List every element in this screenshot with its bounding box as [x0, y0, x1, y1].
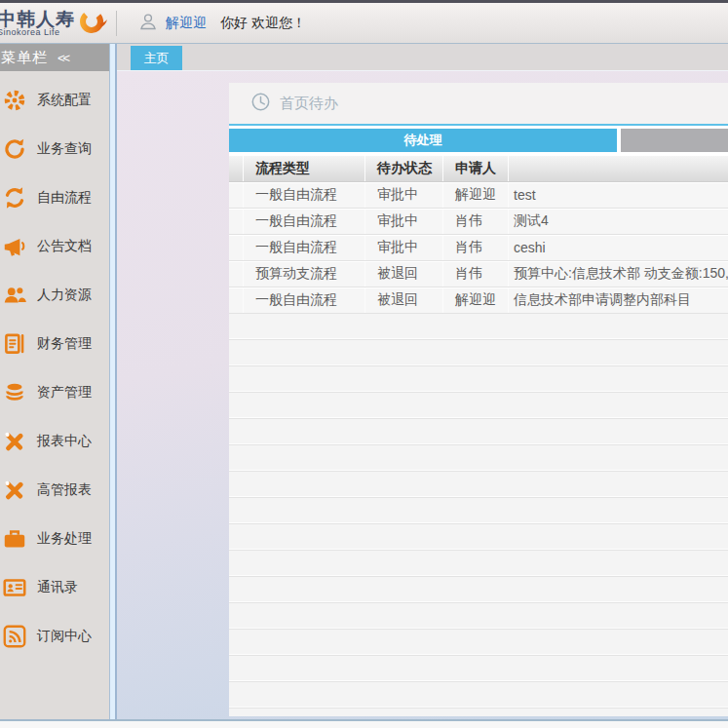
row-status: 审批中	[365, 235, 443, 260]
sidebar: 菜单栏 << 系统配置 业	[0, 44, 109, 719]
sidebar-item-label: 报表中心	[37, 433, 92, 450]
row-type: 一般自由流程	[244, 209, 365, 234]
panel-title: 首页待办	[280, 95, 338, 113]
row-type: 一般自由流程	[244, 235, 365, 260]
sidebar-item-label: 系统配置	[37, 92, 92, 109]
col-header-status: 待办状态	[365, 156, 443, 181]
contact-card-icon	[1, 574, 28, 601]
row-status: 被退回	[365, 261, 443, 287]
content-body: 首页待办 待处理 流程类型 待办状态 申请人 一般自由流程	[117, 71, 728, 719]
tools-icon	[1, 477, 28, 504]
people-icon	[1, 282, 28, 309]
gear-icon	[1, 87, 28, 114]
sidebar-splitter[interactable]	[109, 44, 117, 719]
content-area: 主页 首页待办 待处理	[117, 44, 728, 719]
row-summary: 预算中心:信息技术部 动支金额:150,0	[509, 261, 728, 287]
sidebar-header: 菜单栏 <<	[0, 44, 109, 71]
sidebar-item-hr[interactable]: 人力资源	[0, 271, 109, 320]
logo-cn-text: 中韩人寿	[0, 10, 75, 28]
sidebar-item-system-config[interactable]: 系统配置	[0, 76, 109, 125]
row-applicant: 肖伟	[443, 261, 509, 287]
row-status: 审批中	[365, 209, 443, 234]
sidebar-item-announcements[interactable]: 公告文档	[0, 222, 109, 271]
table-row[interactable]: 一般自由流程 被退回 解迎迎 信息技术部申请调整内部科目	[229, 287, 728, 314]
briefcase-icon	[1, 525, 28, 553]
sidebar-item-label: 业务查询	[37, 140, 92, 158]
queue-tabs: 待处理	[229, 129, 728, 152]
tools-icon	[1, 428, 28, 455]
col-header-type: 流程类型	[244, 156, 365, 181]
tab-home[interactable]: 主页	[131, 46, 182, 70]
coins-icon	[1, 379, 28, 406]
row-type: 预算动支流程	[244, 261, 365, 287]
row-applicant: 解迎迎	[443, 287, 509, 313]
table-row[interactable]: 一般自由流程 审批中 肖伟 ceshi	[229, 235, 728, 261]
sidebar-item-label: 财务管理	[37, 335, 92, 353]
sidebar-menu: 系统配置 业务查询	[0, 71, 109, 661]
row-status: 审批中	[365, 182, 443, 208]
sync-arrows-icon	[1, 184, 28, 211]
clock-icon	[250, 92, 271, 115]
sidebar-item-contacts[interactable]: 通讯录	[0, 563, 109, 612]
row-summary: ceshi	[509, 235, 728, 260]
todo-panel: 首页待办 待处理 流程类型 待办状态 申请人 一般自由流程	[229, 83, 728, 716]
tab-bar: 主页	[117, 44, 728, 71]
greeting-text: 你好 欢迎您！	[220, 15, 306, 32]
sidebar-item-assets[interactable]: 资产管理	[0, 368, 109, 417]
logo-en-text: Sinokorea Life	[0, 28, 75, 37]
table-header-row: 流程类型 待办状态 申请人	[229, 156, 728, 182]
sidebar-item-business-processing[interactable]: 业务处理	[0, 515, 109, 563]
todo-panel-header: 首页待办	[229, 83, 728, 126]
col-header-applicant: 申请人	[443, 156, 509, 181]
sidebar-item-business-query[interactable]: 业务查询	[0, 125, 109, 173]
sidebar-item-free-flow[interactable]: 自由流程	[0, 173, 109, 222]
col-header-empty	[229, 156, 244, 181]
header-divider	[116, 11, 117, 36]
sidebar-item-subscription-center[interactable]: 订阅中心	[0, 612, 109, 661]
bottom-strip	[0, 721, 728, 726]
sidebar-item-label: 人力资源	[37, 287, 92, 304]
ledger-icon	[1, 330, 28, 358]
sidebar-collapse-button[interactable]: <<	[57, 51, 68, 65]
user-name-link[interactable]: 解迎迎	[166, 15, 207, 32]
row-type: 一般自由流程	[244, 182, 365, 208]
queue-tab-pending[interactable]: 待处理	[229, 129, 617, 152]
sidebar-item-finance[interactable]: 财务管理	[0, 320, 109, 368]
row-type: 一般自由流程	[244, 287, 365, 313]
announcement-icon	[1, 233, 28, 260]
row-summary: 信息技术部申请调整内部科目	[509, 287, 728, 313]
row-applicant: 解迎迎	[443, 182, 509, 208]
table-row[interactable]: 一般自由流程 审批中 解迎迎 test	[229, 182, 728, 209]
person-icon	[138, 12, 158, 34]
rss-icon	[1, 623, 28, 650]
company-logo: 中韩人寿 Sinokorea Life	[0, 7, 108, 40]
empty-rows-area	[229, 314, 728, 716]
row-summary: test	[509, 182, 728, 208]
logo-swirl-icon	[77, 7, 108, 40]
row-status: 被退回	[365, 287, 443, 313]
sidebar-item-label: 高管报表	[37, 481, 92, 499]
sidebar-item-label: 公告文档	[37, 238, 92, 255]
sidebar-item-label: 自由流程	[37, 189, 92, 207]
row-summary: 测试4	[509, 209, 728, 234]
refresh-search-icon	[1, 135, 28, 163]
row-applicant: 肖伟	[443, 209, 509, 234]
sidebar-item-label: 订阅中心	[37, 628, 92, 645]
sidebar-item-label: 业务处理	[37, 530, 92, 548]
sidebar-item-label: 通讯录	[37, 579, 78, 596]
row-applicant: 肖伟	[443, 235, 509, 260]
sidebar-item-label: 资产管理	[37, 384, 92, 402]
sidebar-item-executive-reports[interactable]: 高管报表	[0, 466, 109, 515]
sidebar-item-report-center[interactable]: 报表中心	[0, 417, 109, 466]
col-header-summary	[509, 156, 728, 181]
table-row[interactable]: 一般自由流程 审批中 肖伟 测试4	[229, 209, 728, 235]
top-bar: 中韩人寿 Sinokorea Life 解迎迎 你好 欢迎您！	[0, 0, 728, 44]
queue-tab-inactive[interactable]	[621, 129, 728, 152]
table-row[interactable]: 预算动支流程 被退回 肖伟 预算中心:信息技术部 动支金额:150,0	[229, 261, 728, 287]
sidebar-title: 菜单栏	[1, 49, 48, 67]
